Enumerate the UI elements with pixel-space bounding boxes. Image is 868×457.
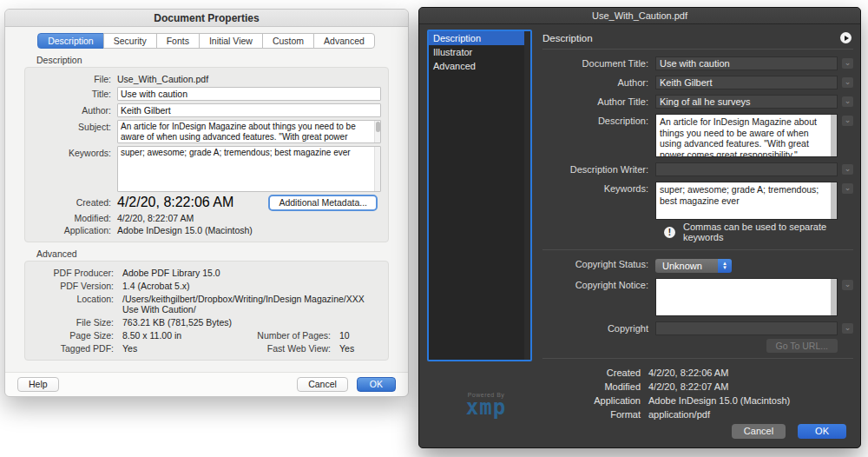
copyright-notice-textarea[interactable] xyxy=(655,278,838,316)
document-title-input[interactable] xyxy=(655,56,838,70)
tab-security[interactable]: Security xyxy=(103,33,157,49)
author-label: Author: xyxy=(25,105,117,116)
description-groupbox: File: Use_With_Caution.pdf Title: Author… xyxy=(24,67,389,242)
pdf-version-value: 1.4 (Acrobat 5.x) xyxy=(122,281,190,291)
flyout-menu-icon[interactable] xyxy=(840,32,852,43)
author-chevron-icon[interactable]: ⌄ xyxy=(842,77,853,88)
pdf-version-label: PDF Version: xyxy=(25,281,122,291)
file-value: Use_With_Caution.pdf xyxy=(117,74,208,84)
xmp-description-label: Description: xyxy=(542,114,655,126)
dropdown-stepper-icon: ▲▼ xyxy=(718,259,732,273)
copyright-status-dropdown[interactable]: Unknown ▲▼ xyxy=(655,259,732,273)
sidebar-item-illustrator[interactable]: Illustrator xyxy=(429,45,530,59)
info-application-label: Application xyxy=(542,394,648,407)
keywords-chevron-icon[interactable]: ⌄ xyxy=(842,183,853,194)
tab-description[interactable]: Description xyxy=(37,33,104,49)
location-value: /Users/keithgilbert/Dropbox/Writing/InDe… xyxy=(122,294,381,315)
copyright-notice-scrollbar[interactable] xyxy=(831,279,837,315)
copyright-label: Copyright xyxy=(542,321,655,334)
tab-advanced[interactable]: Advanced xyxy=(313,33,375,49)
tab-strip: Description Security Fonts Initial View … xyxy=(5,33,408,49)
created-value: 4/2/20, 8:22:06 AM xyxy=(117,195,233,210)
xmp-keywords-label: Keywords: xyxy=(542,182,655,194)
document-properties-dialog: Document Properties Description Security… xyxy=(4,9,409,397)
copyright-notice-label: Copyright Notice: xyxy=(542,278,655,290)
additional-metadata-button[interactable]: Additional Metadata... xyxy=(268,195,378,211)
keywords-note: Commas can be used to separate keywords xyxy=(683,222,853,242)
pdf-producer-value: Adobe PDF Library 15.0 xyxy=(122,268,220,278)
description-writer-label: Description Writer: xyxy=(542,162,655,175)
subject-scrollbar[interactable] xyxy=(374,121,380,142)
location-label: Location: xyxy=(25,294,122,315)
divider xyxy=(542,249,853,250)
info-exclamation-icon: ! xyxy=(664,227,675,238)
description-chevron-icon[interactable]: ⌄ xyxy=(842,116,853,126)
keywords-scrollbar-dark[interactable] xyxy=(831,182,837,219)
go-to-url-button[interactable]: Go To URL... xyxy=(766,339,838,353)
document-title-chevron-icon[interactable]: ⌄ xyxy=(842,58,853,69)
sidebar-item-description[interactable]: Description xyxy=(429,31,530,45)
description-scrollbar[interactable] xyxy=(831,115,837,156)
advanced-group-heading: Advanced xyxy=(36,248,408,259)
application-value: Adobe InDesign 15.0 (Macintosh) xyxy=(117,225,253,235)
sidebar-item-advanced[interactable]: Advanced xyxy=(429,59,530,73)
title-label: Title: xyxy=(25,89,117,99)
cancel-button[interactable]: Cancel xyxy=(297,377,348,392)
help-button[interactable]: Help xyxy=(17,377,59,392)
document-title-label: Document Title: xyxy=(542,56,655,69)
dialog-title: Document Properties xyxy=(5,10,408,27)
sidebar-scrollbar-track[interactable] xyxy=(524,31,530,360)
pdf-producer-label: PDF Producer: xyxy=(25,268,122,278)
xmp-sidebar-list: Description Illustrator Advanced xyxy=(427,30,532,361)
author-title-label: Author Title: xyxy=(542,95,655,107)
file-label: File: xyxy=(25,74,117,84)
copyright-status-label: Copyright Status: xyxy=(542,257,655,269)
xmp-main-panel: Description Document Title: ⌄ Author: ⌄ … xyxy=(542,32,853,421)
xmp-keywords-textarea[interactable]: super; awesome; grade A; tremendous; bes… xyxy=(655,182,838,220)
tagged-pdf-label: Tagged PDF: xyxy=(25,343,122,354)
fast-web-view-value: Yes xyxy=(339,343,354,354)
tagged-pdf-value: Yes xyxy=(122,343,202,354)
xmp-author-input[interactable] xyxy=(655,76,838,89)
info-format-label: Format xyxy=(542,407,648,421)
screenshot-stage: Document Properties Description Security… xyxy=(0,0,868,457)
xmp-logo: Powered By xmp xyxy=(456,392,516,417)
created-label: Created: xyxy=(25,197,117,208)
subject-textarea[interactable]: An article for InDesign Magazine about t… xyxy=(117,120,381,143)
xmp-ok-button[interactable]: OK xyxy=(798,424,846,439)
copyright-chevron-icon[interactable]: ⌄ xyxy=(842,323,853,334)
description-writer-input[interactable] xyxy=(655,162,838,176)
number-of-pages-label: Number of Pages: xyxy=(227,330,339,341)
xmp-description-textarea[interactable]: An article for InDesign Magazine about t… xyxy=(655,114,838,157)
tab-custom[interactable]: Custom xyxy=(262,33,314,49)
tab-fonts[interactable]: Fonts xyxy=(156,33,200,49)
xmp-button-row: Cancel OK xyxy=(732,424,846,439)
xmp-cancel-button[interactable]: Cancel xyxy=(732,424,786,439)
modified-value: 4/2/20, 8:22:07 AM xyxy=(117,213,194,223)
description-group-heading: Description xyxy=(36,55,408,65)
author-title-chevron-icon[interactable]: ⌄ xyxy=(842,96,853,107)
xmp-author-label: Author: xyxy=(542,76,655,88)
subject-label: Subject: xyxy=(25,120,117,132)
copyright-notice-chevron-icon[interactable]: ⌄ xyxy=(842,280,853,290)
tab-initial-view[interactable]: Initial View xyxy=(199,33,263,49)
number-of-pages-value: 10 xyxy=(339,330,350,341)
copyright-input[interactable] xyxy=(655,321,838,335)
title-input[interactable] xyxy=(117,87,381,101)
keywords-textarea[interactable]: super; awesome; grade A; tremendous; bes… xyxy=(117,146,381,192)
page-size-label: Page Size: xyxy=(25,330,122,341)
author-title-input[interactable] xyxy=(655,95,838,109)
info-format-value: application/pdf xyxy=(648,407,710,421)
author-input[interactable] xyxy=(117,103,381,117)
keywords-label: Keywords: xyxy=(25,146,117,158)
xmp-metadata-dialog: Use_With_Caution.pdf Description Illustr… xyxy=(418,7,861,448)
application-label: Application: xyxy=(25,225,117,235)
ok-button[interactable]: OK xyxy=(357,377,396,392)
keywords-scrollbar[interactable] xyxy=(374,147,380,191)
info-application-value: Adobe InDesign 15.0 (Macintosh) xyxy=(648,394,790,407)
page-size-value: 8.50 x 11.00 in xyxy=(122,330,202,341)
description-writer-chevron-icon[interactable]: ⌄ xyxy=(842,164,853,175)
info-created-value: 4/2/20, 8:22:06 AM xyxy=(648,366,728,380)
fast-web-view-label: Fast Web View: xyxy=(227,343,339,354)
copyright-status-value: Unknown xyxy=(655,259,718,273)
